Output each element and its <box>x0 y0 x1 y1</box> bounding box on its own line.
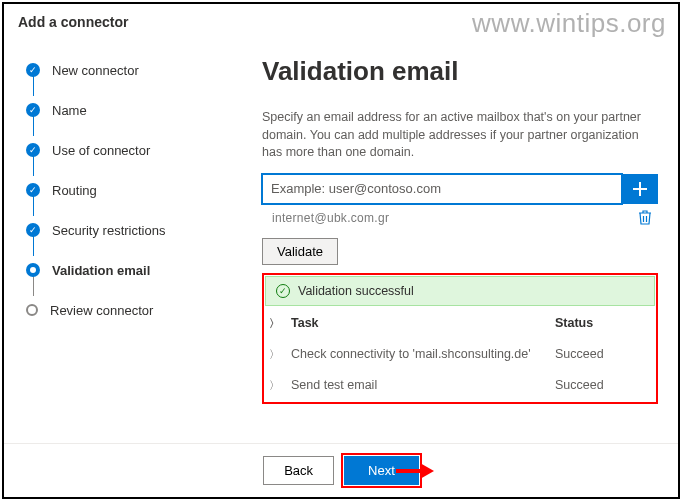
added-email-row: internet@ubk.com.gr <box>262 206 658 230</box>
check-icon: ✓ <box>26 223 40 237</box>
svg-marker-1 <box>420 463 434 479</box>
check-icon: ✓ <box>26 63 40 77</box>
task-table: 〉 Task Status 〉 Check connectivity to 'm… <box>265 308 655 401</box>
pending-step-icon <box>26 304 38 316</box>
dialog-title: Add a connector <box>4 4 678 38</box>
task-header-label: Task <box>291 316 555 330</box>
delete-button[interactable] <box>638 210 654 226</box>
chevron-right-icon[interactable]: 〉 <box>269 347 291 362</box>
page-title: Validation email <box>262 56 658 87</box>
check-icon: ✓ <box>26 183 40 197</box>
email-input-row <box>262 174 658 204</box>
step-new-connector[interactable]: ✓ New connector <box>26 50 218 90</box>
trash-icon <box>638 210 652 226</box>
add-button[interactable] <box>622 174 658 204</box>
step-nav: ✓ New connector ✓ Name ✓ Use of connecto… <box>18 38 218 438</box>
step-routing[interactable]: ✓ Routing <box>26 170 218 210</box>
step-label: Use of connector <box>52 143 150 158</box>
current-step-icon <box>26 263 40 277</box>
step-validation-email[interactable]: Validation email <box>26 250 218 290</box>
step-label: Routing <box>52 183 97 198</box>
plus-icon <box>632 181 648 197</box>
chevron-right-icon[interactable]: 〉 <box>269 378 291 393</box>
table-header: 〉 Task Status <box>265 308 655 339</box>
email-input[interactable] <box>262 174 622 204</box>
main-panel: Validation email Specify an email addres… <box>218 38 664 438</box>
status-cell: Succeed <box>555 378 645 392</box>
table-row: 〉 Check connectivity to 'mail.shconsulti… <box>265 339 655 370</box>
success-message: Validation successful <box>298 284 414 298</box>
step-use-of-connector[interactable]: ✓ Use of connector <box>26 130 218 170</box>
success-banner: ✓ Validation successful <box>265 276 655 306</box>
status-cell: Succeed <box>555 347 645 361</box>
step-security-restrictions[interactable]: ✓ Security restrictions <box>26 210 218 250</box>
step-label: Security restrictions <box>52 223 165 238</box>
added-email-text: internet@ubk.com.gr <box>272 211 389 225</box>
status-header-label: Status <box>555 316 645 330</box>
dialog-frame: www.wintips.org Add a connector ✓ New co… <box>2 2 680 499</box>
step-name[interactable]: ✓ Name <box>26 90 218 130</box>
annotation-arrow-icon <box>394 459 434 483</box>
task-cell: Check connectivity to 'mail.shconsulting… <box>291 347 555 361</box>
validate-button[interactable]: Validate <box>262 238 338 265</box>
chevron-right-icon[interactable]: 〉 <box>269 316 291 331</box>
task-cell: Send test email <box>291 378 555 392</box>
step-label: Validation email <box>52 263 150 278</box>
validation-results: ✓ Validation successful 〉 Task Status 〉 … <box>262 273 658 404</box>
step-label: Review connector <box>50 303 153 318</box>
check-icon: ✓ <box>26 143 40 157</box>
check-icon: ✓ <box>26 103 40 117</box>
table-row: 〉 Send test email Succeed <box>265 370 655 401</box>
dialog-body: ✓ New connector ✓ Name ✓ Use of connecto… <box>4 38 678 438</box>
step-review-connector[interactable]: Review connector <box>26 290 218 330</box>
page-description: Specify an email address for an active m… <box>262 109 658 162</box>
success-check-icon: ✓ <box>276 284 290 298</box>
back-button[interactable]: Back <box>263 456 334 485</box>
step-label: Name <box>52 103 87 118</box>
dialog-footer: Back Next <box>4 443 678 497</box>
step-label: New connector <box>52 63 139 78</box>
